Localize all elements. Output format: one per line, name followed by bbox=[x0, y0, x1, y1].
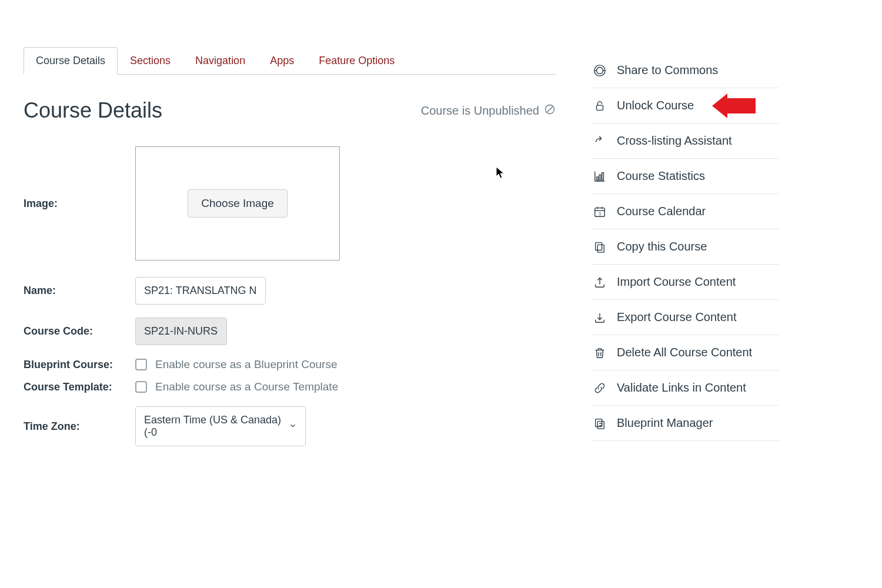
sidebar-item-label: Share to Commons bbox=[617, 64, 718, 77]
tab-feature-options[interactable]: Feature Options bbox=[306, 47, 407, 74]
sidebar-item-label: Course Statistics bbox=[617, 169, 705, 183]
main-content: Course Details Sections Navigation Apps … bbox=[24, 47, 556, 459]
blueprint-label: Blueprint Course: bbox=[24, 359, 135, 371]
arrow-forward-icon bbox=[593, 135, 606, 148]
tab-sections[interactable]: Sections bbox=[118, 47, 183, 74]
sidebar-item-statistics[interactable]: Course Statistics bbox=[591, 159, 779, 194]
course-code-input[interactable] bbox=[135, 318, 227, 345]
sidebar-item-crosslisting[interactable]: Cross-listing Assistant bbox=[591, 123, 779, 159]
timezone-label: Time Zone: bbox=[24, 420, 135, 433]
course-image-placeholder: Choose Image bbox=[135, 146, 340, 260]
timezone-select[interactable]: Eastern Time (US & Canada) (-0 bbox=[135, 406, 306, 446]
unpublished-icon bbox=[544, 103, 556, 118]
calendar-icon: 3 bbox=[593, 205, 606, 218]
sidebar-item-label: Copy this Course bbox=[617, 240, 707, 253]
name-label: Name: bbox=[24, 285, 135, 297]
trash-icon bbox=[593, 346, 606, 359]
sidebar-item-label: Cross-listing Assistant bbox=[617, 134, 732, 148]
import-icon bbox=[593, 276, 606, 289]
blueprint-checkbox[interactable] bbox=[135, 359, 147, 370]
link-icon bbox=[593, 382, 606, 395]
sidebar-item-validate-links[interactable]: Validate Links in Content bbox=[591, 370, 779, 406]
svg-rect-24 bbox=[597, 421, 604, 429]
sidebar-item-delete-all[interactable]: Delete All Course Content bbox=[591, 335, 779, 370]
tab-apps[interactable]: Apps bbox=[258, 47, 306, 74]
template-checkbox[interactable] bbox=[135, 381, 147, 393]
sidebar: Share to Commons Unlock Course Cross-lis… bbox=[591, 53, 779, 441]
template-checkbox-label: Enable course as a Course Template bbox=[155, 380, 338, 393]
course-name-input[interactable] bbox=[135, 277, 266, 305]
svg-rect-17 bbox=[596, 242, 602, 250]
highlight-arrow-icon bbox=[712, 93, 756, 118]
export-icon bbox=[593, 311, 606, 324]
unlock-icon bbox=[593, 99, 606, 112]
choose-image-button[interactable]: Choose Image bbox=[188, 189, 288, 218]
sidebar-item-calendar[interactable]: 3 Course Calendar bbox=[591, 194, 779, 229]
sidebar-item-copy-course[interactable]: Copy this Course bbox=[591, 229, 779, 265]
publish-status: Course is Unpublished bbox=[421, 103, 556, 118]
svg-rect-18 bbox=[597, 245, 604, 252]
svg-point-2 bbox=[597, 67, 603, 74]
publish-status-text: Course is Unpublished bbox=[421, 104, 539, 118]
sidebar-item-label: Unlock Course bbox=[617, 99, 694, 112]
copy-icon bbox=[593, 240, 606, 253]
blueprint-icon bbox=[593, 417, 606, 430]
sidebar-item-label: Import Course Content bbox=[617, 275, 736, 289]
sidebar-item-label: Export Course Content bbox=[617, 310, 736, 324]
sidebar-item-unlock-course[interactable]: Unlock Course bbox=[591, 88, 779, 123]
sidebar-item-label: Delete All Course Content bbox=[617, 346, 752, 359]
sidebar-item-label: Validate Links in Content bbox=[617, 381, 746, 395]
tab-bar: Course Details Sections Navigation Apps … bbox=[24, 47, 556, 75]
timezone-value: Eastern Time (US & Canada) (-0 bbox=[144, 414, 289, 439]
sidebar-item-import[interactable]: Import Course Content bbox=[591, 265, 779, 300]
template-label: Course Template: bbox=[24, 381, 135, 393]
commons-icon bbox=[593, 64, 606, 77]
sidebar-item-label: Blueprint Manager bbox=[617, 416, 713, 430]
svg-rect-6 bbox=[597, 105, 603, 110]
sidebar-item-label: Course Calendar bbox=[617, 205, 706, 218]
course-code-label: Course Code: bbox=[24, 325, 135, 338]
page-title: Course Details bbox=[24, 98, 162, 123]
stats-icon bbox=[593, 170, 606, 183]
sidebar-item-blueprint-manager[interactable]: Blueprint Manager bbox=[591, 406, 779, 441]
image-label: Image: bbox=[24, 198, 135, 210]
blueprint-checkbox-label: Enable course as a Blueprint Course bbox=[155, 358, 337, 371]
svg-text:3: 3 bbox=[599, 211, 601, 216]
svg-rect-10 bbox=[599, 175, 601, 180]
sidebar-item-share-commons[interactable]: Share to Commons bbox=[591, 53, 779, 88]
svg-rect-11 bbox=[602, 172, 604, 180]
tab-course-details[interactable]: Course Details bbox=[24, 47, 118, 75]
tab-navigation[interactable]: Navigation bbox=[183, 47, 258, 74]
chevron-down-icon bbox=[289, 420, 297, 433]
svg-line-1 bbox=[547, 106, 553, 112]
sidebar-item-export[interactable]: Export Course Content bbox=[591, 300, 779, 335]
svg-rect-9 bbox=[597, 176, 599, 180]
